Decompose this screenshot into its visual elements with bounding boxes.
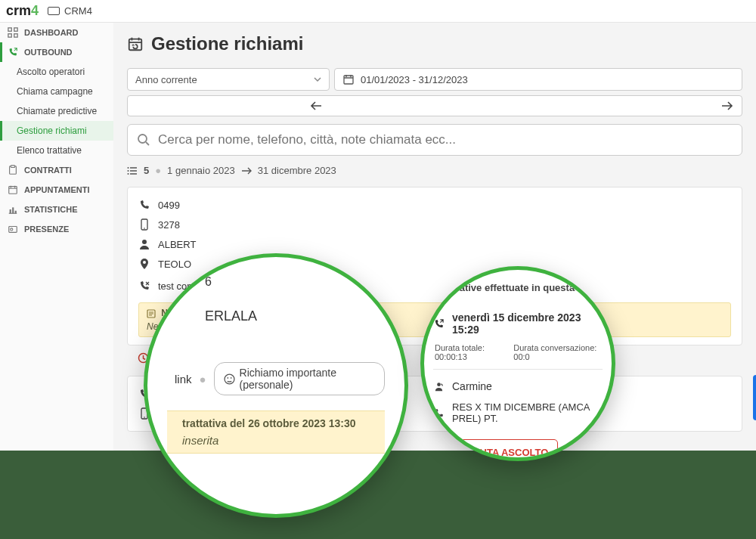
phone-out-icon <box>433 318 445 330</box>
search-box[interactable] <box>127 124 742 156</box>
stats-icon <box>8 204 18 215</box>
phone-icon <box>138 199 150 211</box>
operator-icon <box>433 381 445 392</box>
search-icon <box>137 133 150 147</box>
person-icon <box>138 238 150 250</box>
sidebar-item-statistiche[interactable]: STATISTICHE <box>0 200 113 219</box>
svg-rect-8 <box>12 207 14 213</box>
sidebar-item-appuntamenti[interactable]: APPUNTAMENTI <box>0 180 113 200</box>
arrow-left-icon[interactable] <box>309 101 323 111</box>
svg-rect-13 <box>344 76 353 84</box>
list-icon <box>127 166 138 176</box>
chevron-down-icon <box>314 76 321 83</box>
svg-point-32 <box>437 383 441 386</box>
sidebar-item-ascolto[interactable]: Ascolto operatori <box>0 62 113 82</box>
svg-point-21 <box>143 261 146 264</box>
svg-rect-5 <box>11 166 14 168</box>
svg-point-17 <box>128 173 129 175</box>
period-select[interactable]: Anno corrente <box>127 68 330 91</box>
svg-point-31 <box>230 377 231 379</box>
svg-point-14 <box>138 135 147 143</box>
zoom-lens-left: 6 ERLALA link ● Richiamo importante (per… <box>144 253 408 518</box>
mobile-icon <box>138 218 150 231</box>
clipboard-icon <box>8 165 18 175</box>
sidebar-item-elenco-trattative[interactable]: Elenco trattative <box>0 141 113 160</box>
svg-rect-6 <box>9 187 17 194</box>
page-title: Gestione richiami <box>151 33 303 54</box>
calendar-icon <box>8 184 18 195</box>
app-logo: crm4 <box>6 3 39 19</box>
sidebar-item-outbound[interactable]: OUTBOUND <box>0 42 113 62</box>
badge-icon <box>8 224 18 234</box>
date-range-picker[interactable]: 01/01/2023 - 31/12/2023 <box>334 68 742 91</box>
svg-point-16 <box>128 170 129 172</box>
search-input[interactable] <box>158 132 733 147</box>
results-summary: 5 ● 1 gennaio 2023 31 dicembre 2023 <box>127 165 742 176</box>
svg-point-29 <box>225 374 234 384</box>
svg-rect-2 <box>8 34 11 37</box>
face-icon <box>224 373 235 385</box>
svg-point-28 <box>144 417 145 418</box>
svg-point-20 <box>142 240 147 244</box>
recall-tag-chip[interactable]: Richiamo importante (personale) <box>214 362 385 395</box>
svg-rect-1 <box>14 28 17 31</box>
calendar-refresh-icon <box>127 36 144 52</box>
zoom-lens-right: attative effettuate in questa ca venerdì… <box>420 266 615 461</box>
window-icon <box>48 7 60 15</box>
svg-point-15 <box>128 167 129 169</box>
sidebar-item-contratti[interactable]: CONTRATTI <box>0 160 113 180</box>
dashboard-icon <box>8 27 18 38</box>
sidebar-item-predictive[interactable]: Chiamate predictive <box>0 101 113 121</box>
window-title: CRM4 <box>48 5 92 17</box>
arrow-right-icon[interactable] <box>720 101 734 111</box>
location-icon <box>138 258 150 270</box>
svg-rect-0 <box>8 28 11 31</box>
svg-rect-3 <box>14 34 17 37</box>
svg-rect-7 <box>10 209 11 213</box>
period-navigator <box>127 95 742 116</box>
svg-point-11 <box>11 228 13 231</box>
calendar-icon <box>342 73 355 85</box>
side-tab[interactable] <box>753 375 756 420</box>
sidebar-item-chiama-campagne[interactable]: Chiama campagne <box>0 82 113 101</box>
topbar: crm4 CRM4 <box>0 0 756 23</box>
call-missed-icon <box>138 280 150 292</box>
sidebar-item-dashboard[interactable]: DASHBOARD <box>0 23 113 42</box>
svg-point-19 <box>144 228 145 229</box>
svg-point-30 <box>227 377 228 379</box>
sidebar-item-gestione-richiami[interactable]: Gestione richiami <box>0 121 113 141</box>
note-icon <box>147 309 156 318</box>
svg-rect-9 <box>15 211 17 214</box>
phone-out-icon <box>8 47 18 57</box>
sidebar-item-presenze[interactable]: PRESENZE <box>0 219 113 239</box>
arrow-right-small-icon <box>241 167 252 175</box>
page-title-row: Gestione richiami <box>127 33 742 54</box>
